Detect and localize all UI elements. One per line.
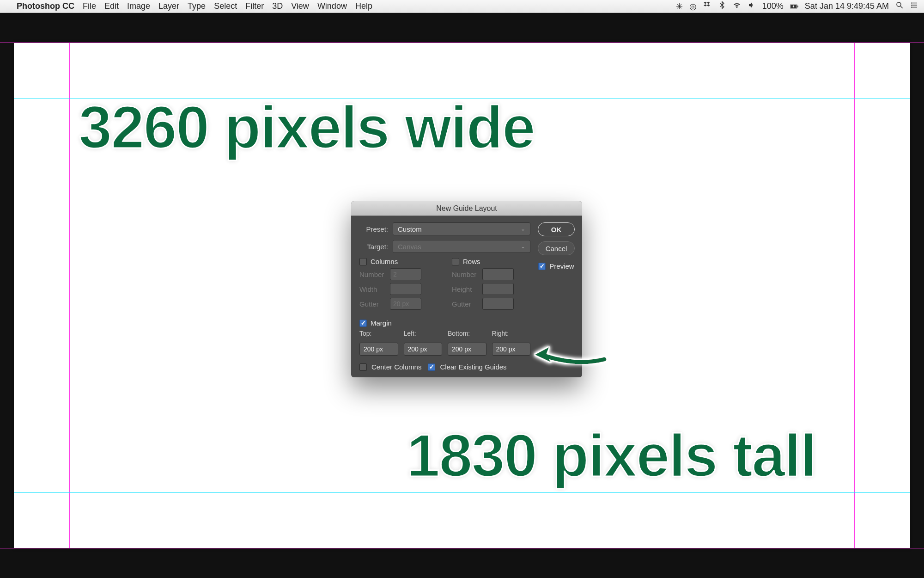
margin-left-label: Left: <box>404 330 443 337</box>
battery-percent: 100% <box>762 1 784 11</box>
menu-edit[interactable]: Edit <box>104 1 119 11</box>
guide-vertical-left <box>69 43 70 548</box>
status-icon[interactable]: ✳︎ <box>676 1 683 12</box>
margin-top-input[interactable] <box>359 343 398 356</box>
margin-left-input[interactable] <box>404 343 443 356</box>
target-value: Canvas <box>398 243 421 251</box>
guide-top-edge <box>0 43 924 43</box>
center-columns-label: Center Columns <box>371 363 421 371</box>
volume-icon[interactable] <box>748 1 756 12</box>
app-name[interactable]: Photoshop CC <box>17 1 74 11</box>
menu-view[interactable]: View <box>291 1 309 11</box>
chevron-down-icon: ⌄ <box>521 243 525 250</box>
svg-line-4 <box>900 6 903 8</box>
margin-label: Margin <box>371 319 392 327</box>
battery-icon[interactable] <box>790 2 798 11</box>
guide-vertical-right <box>854 43 855 548</box>
spotlight-icon[interactable] <box>895 1 904 12</box>
margin-top-label: Top: <box>359 330 398 337</box>
guide-horizontal-bottom <box>14 492 910 493</box>
columns-width-label: Width <box>359 285 386 293</box>
margin-bottom-label: Bottom: <box>448 330 486 337</box>
menu-help[interactable]: Help <box>355 1 372 11</box>
preview-label: Preview <box>549 262 574 270</box>
target-select[interactable]: Canvas ⌄ <box>393 240 530 253</box>
rows-gutter-input[interactable] <box>482 298 514 310</box>
cancel-button[interactable]: Cancel <box>538 241 575 255</box>
menu-image[interactable]: Image <box>127 1 150 11</box>
svg-point-3 <box>897 2 901 6</box>
margin-right-label: Right: <box>492 330 531 337</box>
annotation-height: 1830 pixels tall <box>407 421 816 490</box>
svg-point-5 <box>911 2 912 3</box>
ok-button[interactable]: OK <box>538 222 575 236</box>
columns-label: Columns <box>371 258 398 265</box>
margin-right-input[interactable] <box>492 343 531 356</box>
chevron-down-icon: ⌄ <box>521 226 525 232</box>
center-columns-checkbox[interactable] <box>359 363 367 371</box>
columns-number-label: Number <box>359 271 386 278</box>
dialog-title: New Guide Layout <box>351 201 582 216</box>
menu-type[interactable]: Type <box>188 1 206 11</box>
margin-checkbox[interactable] <box>359 320 367 327</box>
rows-number-label: Number <box>452 271 479 278</box>
svg-point-7 <box>911 6 912 7</box>
clear-existing-guides-checkbox[interactable] <box>428 363 435 371</box>
columns-checkbox[interactable] <box>359 258 367 265</box>
menu-file[interactable]: File <box>83 1 96 11</box>
guide-bottom-edge <box>0 548 924 548</box>
annotation-width: 3260 pixels wide <box>79 92 535 162</box>
annotation-arrow-icon <box>530 341 609 369</box>
preset-label: Preset: <box>359 225 388 233</box>
rows-height-label: Height <box>452 285 479 293</box>
menu-filter[interactable]: Filter <box>245 1 264 11</box>
preview-checkbox[interactable] <box>538 263 546 270</box>
dropbox-icon[interactable] <box>703 1 711 12</box>
columns-number-input[interactable] <box>390 268 421 280</box>
bluetooth-icon[interactable] <box>718 1 726 12</box>
svg-rect-1 <box>797 6 798 7</box>
control-center-icon[interactable] <box>910 1 918 12</box>
preset-value: Custom <box>398 225 422 233</box>
margin-bottom-input[interactable] <box>448 343 486 356</box>
menu-3d[interactable]: 3D <box>272 1 283 11</box>
rows-label: Rows <box>463 258 480 265</box>
preset-select[interactable]: Custom ⌄ <box>393 222 530 235</box>
columns-gutter-input[interactable] <box>390 298 421 310</box>
rows-height-input[interactable] <box>482 283 514 295</box>
macos-menu-bar: Photoshop CC File Edit Image Layer Type … <box>0 0 924 13</box>
menu-select[interactable]: Select <box>214 1 237 11</box>
menu-window[interactable]: Window <box>317 1 347 11</box>
svg-point-6 <box>911 5 912 6</box>
rows-number-input[interactable] <box>482 268 514 280</box>
menu-clock[interactable]: Sat Jan 14 9:49:45 AM <box>805 1 889 11</box>
menu-layer[interactable]: Layer <box>158 1 179 11</box>
wifi-icon[interactable] <box>733 1 741 12</box>
columns-width-input[interactable] <box>390 283 421 295</box>
creative-cloud-icon[interactable]: ◎ <box>689 1 697 12</box>
columns-gutter-label: Gutter <box>359 300 386 308</box>
rows-checkbox[interactable] <box>452 258 459 265</box>
target-label: Target: <box>359 243 388 251</box>
rows-gutter-label: Gutter <box>452 300 479 308</box>
clear-existing-guides-label: Clear Existing Guides <box>440 363 506 371</box>
